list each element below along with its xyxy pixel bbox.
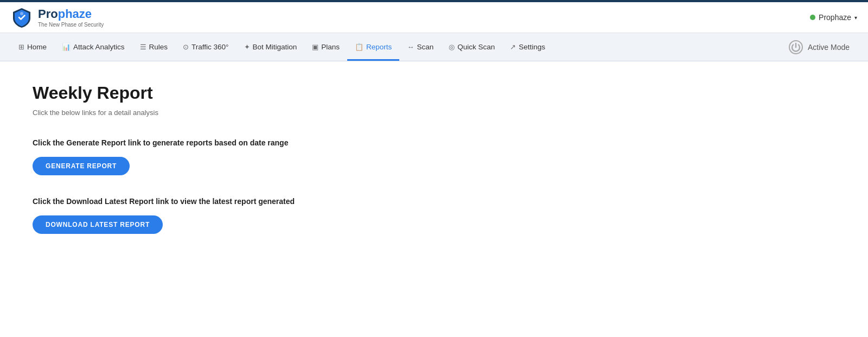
active-mode-label: Active Mode <box>808 43 850 52</box>
nav-item-plans[interactable]: ▣Plans <box>304 33 347 61</box>
header: Prophaze The New Phase of Security Proph… <box>0 2 868 33</box>
nav-label-scan: Scan <box>417 43 433 51</box>
nav-item-reports[interactable]: 📋Reports <box>347 33 399 61</box>
nav-item-bot-mitigation[interactable]: ✦Bot Mitigation <box>237 33 305 61</box>
nav-link-scan[interactable]: ↔Scan <box>399 33 441 61</box>
logo-tagline: The New Phase of Security <box>38 22 104 28</box>
section-generate: Click the Generate Report link to genera… <box>33 138 835 175</box>
nav-label-bot-mitigation: Bot Mitigation <box>253 43 297 51</box>
nav-item-traffic360[interactable]: ⊙Traffic 360° <box>175 33 236 61</box>
logo-text: Prophaze The New Phase of Security <box>38 7 104 27</box>
logo-icon <box>11 7 33 28</box>
power-icon <box>788 40 803 55</box>
section-description-generate: Click the Generate Report link to genera… <box>33 138 835 147</box>
user-online-indicator <box>810 15 815 20</box>
nav-link-traffic360[interactable]: ⊙Traffic 360° <box>175 33 236 61</box>
attack-analytics-nav-icon: 📊 <box>62 43 71 51</box>
bot-mitigation-nav-icon: ✦ <box>244 43 250 51</box>
user-name: Prophaze <box>819 13 851 22</box>
logo-area: Prophaze The New Phase of Security <box>11 7 104 28</box>
reports-nav-icon: 📋 <box>355 43 363 51</box>
nav-item-attack-analytics[interactable]: 📊Attack Analytics <box>54 33 132 61</box>
nav-label-attack-analytics: Attack Analytics <box>73 43 125 51</box>
nav-link-rules[interactable]: ☰Rules <box>132 33 176 61</box>
nav-label-plans: Plans <box>321 43 340 51</box>
section-description-download: Click the Download Latest Report link to… <box>33 197 835 206</box>
main-content: Weekly Report Click the below links for … <box>0 61 868 333</box>
page-subtitle: Click the below links for a detail analy… <box>33 109 835 117</box>
page-title: Weekly Report <box>33 83 835 103</box>
nav-link-plans[interactable]: ▣Plans <box>304 33 347 61</box>
logo-name: Prophaze <box>38 7 104 21</box>
section-download: Click the Download Latest Report link to… <box>33 197 835 234</box>
nav-link-home[interactable]: ⊞Home <box>11 33 54 61</box>
svg-point-0 <box>20 12 23 15</box>
plans-nav-icon: ▣ <box>312 43 318 51</box>
nav-item-quick-scan[interactable]: ◎Quick Scan <box>441 33 502 61</box>
nav-link-quick-scan[interactable]: ◎Quick Scan <box>441 33 502 61</box>
scan-nav-icon: ↔ <box>407 43 414 51</box>
settings-nav-icon: ↗ <box>510 43 516 51</box>
download-button[interactable]: DOWNLOAD LATEST REPORT <box>33 215 163 234</box>
nav-label-settings: Settings <box>519 43 545 51</box>
chevron-down-icon: ▾ <box>854 15 857 21</box>
nav-list: ⊞Home📊Attack Analytics☰Rules⊙Traffic 360… <box>11 33 857 61</box>
nav-link-bot-mitigation[interactable]: ✦Bot Mitigation <box>237 33 305 61</box>
nav-label-rules: Rules <box>149 43 168 51</box>
nav-label-traffic360: Traffic 360° <box>192 43 228 51</box>
active-mode-item: Active Mode <box>781 34 857 60</box>
nav-item-home[interactable]: ⊞Home <box>11 33 54 61</box>
navigation: ⊞Home📊Attack Analytics☰Rules⊙Traffic 360… <box>0 33 868 61</box>
nav-item-scan[interactable]: ↔Scan <box>399 33 441 61</box>
nav-label-reports: Reports <box>366 43 392 51</box>
nav-label-quick-scan: Quick Scan <box>457 43 495 51</box>
active-mode-area[interactable]: Active Mode <box>781 34 857 60</box>
nav-label-home: Home <box>27 43 47 51</box>
traffic360-nav-icon: ⊙ <box>183 43 189 51</box>
nav-link-reports[interactable]: 📋Reports <box>347 33 399 61</box>
generate-button[interactable]: GENERATE REPORT <box>33 157 130 175</box>
rules-nav-icon: ☰ <box>140 43 146 51</box>
user-area[interactable]: Prophaze ▾ <box>810 13 857 22</box>
home-nav-icon: ⊞ <box>18 43 24 51</box>
nav-item-settings[interactable]: ↗Settings <box>502 33 553 61</box>
sections-container: Click the Generate Report link to genera… <box>33 138 835 234</box>
nav-link-settings[interactable]: ↗Settings <box>502 33 553 61</box>
nav-link-attack-analytics[interactable]: 📊Attack Analytics <box>54 33 132 61</box>
quick-scan-nav-icon: ◎ <box>449 43 455 51</box>
nav-item-rules[interactable]: ☰Rules <box>132 33 176 61</box>
